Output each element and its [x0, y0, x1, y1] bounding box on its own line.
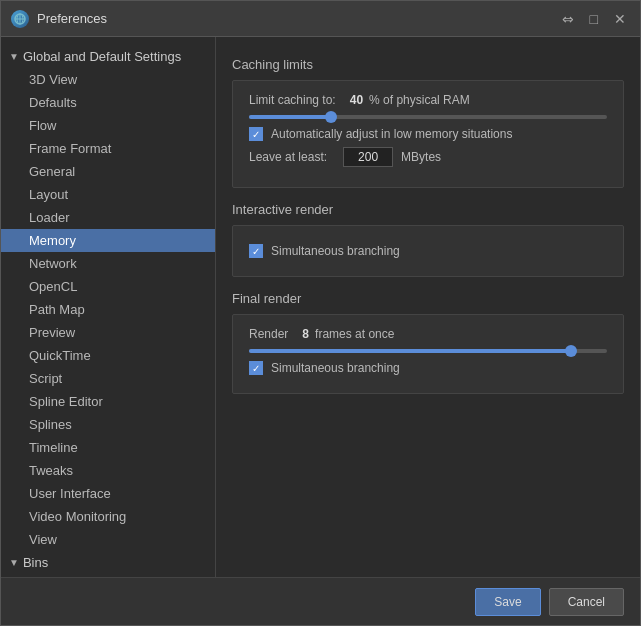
caching-slider-thumb[interactable]: [325, 111, 337, 123]
caching-slider-container[interactable]: [249, 115, 607, 119]
final-slider-track: [249, 349, 607, 353]
sidebar-item-general[interactable]: General: [1, 160, 215, 183]
caching-limits-panel: Limit caching to: 40 % of physical RAM A…: [232, 80, 624, 188]
sidebar-item-preview[interactable]: Preview: [1, 321, 215, 344]
final-branching-checkbox[interactable]: [249, 361, 263, 375]
titlebar-controls: ⇔ □ ✕: [558, 9, 630, 29]
titlebar-maximize-btn[interactable]: □: [586, 9, 602, 29]
titlebar-swap-btn[interactable]: ⇔: [558, 9, 578, 29]
sidebar-item-videomonitoring[interactable]: Video Monitoring: [1, 505, 215, 528]
sidebar-group-label: Global and Default Settings: [23, 49, 181, 64]
interactive-branching-label: Simultaneous branching: [271, 244, 400, 258]
sidebar-item-quicktime[interactable]: QuickTime: [1, 344, 215, 367]
final-slider-container[interactable]: [249, 349, 607, 353]
sidebar-item-loader[interactable]: Loader: [1, 206, 215, 229]
caching-limits-title: Caching limits: [232, 57, 624, 72]
caching-slider-fill: [249, 115, 331, 119]
sidebar: ▼ Global and Default Settings 3D View De…: [1, 37, 216, 577]
sidebar-item-userinterface[interactable]: User Interface: [1, 482, 215, 505]
final-branching-label: Simultaneous branching: [271, 361, 400, 375]
limit-caching-unit: % of physical RAM: [369, 93, 470, 107]
sidebar-group-bins[interactable]: ▼ Bins: [1, 551, 215, 574]
render-suffix: frames at once: [315, 327, 394, 341]
final-render-title: Final render: [232, 291, 624, 306]
sidebar-item-opencl[interactable]: OpenCL: [1, 275, 215, 298]
caching-slider-track: [249, 115, 607, 119]
interactive-branching-row: Simultaneous branching: [249, 244, 607, 258]
interactive-render-title: Interactive render: [232, 202, 624, 217]
sidebar-item-tweaks[interactable]: Tweaks: [1, 459, 215, 482]
sidebar-item-splines[interactable]: Splines: [1, 413, 215, 436]
interactive-render-panel: Simultaneous branching: [232, 225, 624, 277]
expand-arrow-icon: ▼: [9, 51, 19, 62]
preferences-window: Preferences ⇔ □ ✕ ▼ Global and Default S…: [0, 0, 641, 626]
sidebar-item-layout[interactable]: Layout: [1, 183, 215, 206]
main-panel: Caching limits Limit caching to: 40 % of…: [216, 37, 640, 577]
sidebar-item-script[interactable]: Script: [1, 367, 215, 390]
content-area: ▼ Global and Default Settings 3D View De…: [1, 37, 640, 577]
bins-arrow-icon: ▼: [9, 557, 19, 568]
auto-adjust-row: Automatically adjust in low memory situa…: [249, 127, 607, 141]
titlebar-close-btn[interactable]: ✕: [610, 9, 630, 29]
footer: Save Cancel: [1, 577, 640, 625]
sidebar-item-defaults[interactable]: Defaults: [1, 91, 215, 114]
cancel-button[interactable]: Cancel: [549, 588, 624, 616]
auto-adjust-label: Automatically adjust in low memory situa…: [271, 127, 512, 141]
leave-label: Leave at least:: [249, 150, 327, 164]
sidebar-item-network[interactable]: Network: [1, 252, 215, 275]
auto-adjust-checkbox[interactable]: [249, 127, 263, 141]
sidebar-item-pathmap[interactable]: Path Map: [1, 298, 215, 321]
titlebar-title: Preferences: [37, 11, 558, 26]
sidebar-item-timeline[interactable]: Timeline: [1, 436, 215, 459]
bins-group-label: Bins: [23, 555, 48, 570]
render-label: Render: [249, 327, 288, 341]
sidebar-item-splineeditor[interactable]: Spline Editor: [1, 390, 215, 413]
sidebar-item-view[interactable]: View: [1, 528, 215, 551]
leave-unit: MBytes: [401, 150, 441, 164]
interactive-branching-checkbox[interactable]: [249, 244, 263, 258]
leave-at-least-row: Leave at least: MBytes: [249, 147, 607, 167]
titlebar: Preferences ⇔ □ ✕: [1, 1, 640, 37]
limit-caching-value: 40: [350, 93, 363, 107]
limit-caching-label: Limit caching to:: [249, 93, 336, 107]
limit-caching-row: Limit caching to: 40 % of physical RAM: [249, 93, 607, 107]
render-frames-row: Render 8 frames at once: [249, 327, 607, 341]
app-icon: [11, 10, 29, 28]
final-render-panel: Render 8 frames at once Simultaneous bra…: [232, 314, 624, 394]
leave-value-input[interactable]: [343, 147, 393, 167]
sidebar-item-flow[interactable]: Flow: [1, 114, 215, 137]
sidebar-item-memory[interactable]: Memory: [1, 229, 215, 252]
final-slider-thumb[interactable]: [565, 345, 577, 357]
final-slider-fill: [249, 349, 571, 353]
save-button[interactable]: Save: [475, 588, 540, 616]
sidebar-item-frameformat[interactable]: Frame Format: [1, 137, 215, 160]
sidebar-group-global[interactable]: ▼ Global and Default Settings: [1, 45, 215, 68]
render-value: 8: [302, 327, 309, 341]
final-branching-row: Simultaneous branching: [249, 361, 607, 375]
sidebar-item-3dview[interactable]: 3D View: [1, 68, 215, 91]
